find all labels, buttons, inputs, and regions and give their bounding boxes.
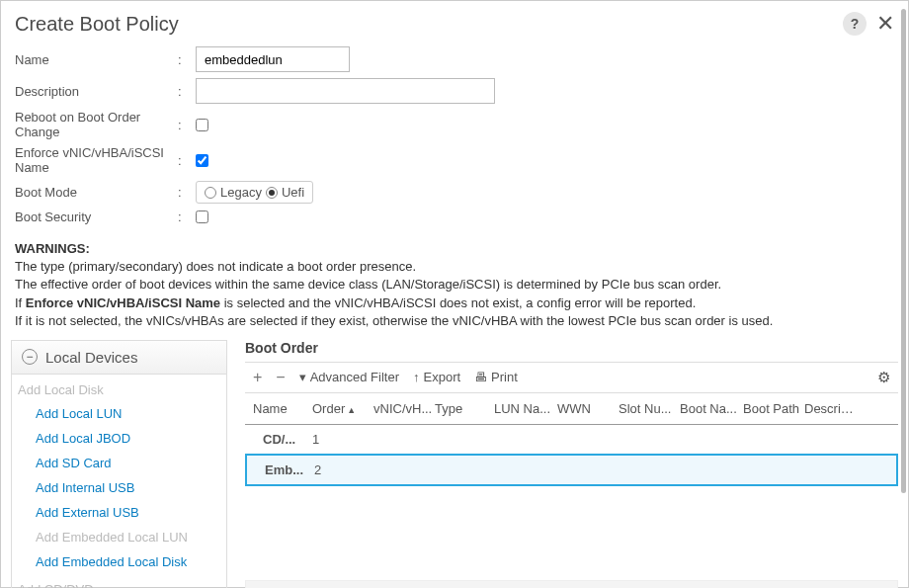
bootmode-radio-group: Legacy Uefi (196, 181, 313, 204)
sort-asc-icon: ▲ (347, 405, 356, 415)
col-name[interactable]: Name (253, 401, 312, 416)
sidebar-item[interactable]: Add Local JBOD (12, 426, 226, 451)
warnings-block: WARNINGS: The type (primary/secondary) d… (1, 240, 908, 340)
warnings-line-4: If it is not selected, the vNICs/vHBAs a… (15, 312, 894, 330)
remove-button[interactable]: − (276, 370, 285, 385)
name-input[interactable] (196, 46, 350, 72)
table-row[interactable]: CD/... 1 (245, 425, 898, 455)
col-bootpath[interactable]: Boot Path (743, 401, 804, 416)
dialog-title: Create Boot Policy (15, 13, 843, 36)
help-button[interactable]: ? (843, 12, 867, 36)
table-row[interactable]: Emb... 2 (245, 454, 898, 486)
col-desc[interactable]: Descript... (804, 401, 859, 416)
description-input[interactable] (196, 78, 495, 104)
cell-order: 1 (312, 432, 373, 447)
sidebar-item: Add Embedded Local LUN (12, 525, 226, 549)
warnings-line-2: The effective order of boot devices with… (15, 276, 894, 294)
col-order[interactable]: Order▲ (312, 401, 373, 416)
col-slot[interactable]: Slot Nu... (619, 401, 680, 416)
add-button[interactable]: + (253, 370, 262, 385)
enforce-checkbox[interactable] (196, 154, 208, 167)
export-button[interactable]: ↑Export (413, 370, 460, 384)
cell-order: 2 (314, 462, 375, 477)
local-devices-title: Local Devices (45, 349, 137, 366)
sidebar-item[interactable]: Add Internal USB (12, 475, 226, 500)
table-header-row: Name Order▲ vNIC/vH... Type LUN Na... WW… (245, 393, 898, 425)
advanced-filter-button[interactable]: ▾Advanced Filter (299, 370, 399, 384)
group-add-cd-dvd: Add CD/DVD (12, 574, 226, 588)
export-icon: ↑ (413, 370, 420, 384)
col-type[interactable]: Type (435, 401, 494, 416)
col-bootna[interactable]: Boot Na... (680, 401, 743, 416)
col-vnic[interactable]: vNIC/vH... (373, 401, 435, 416)
local-devices-panel: − Local Devices Add Local Disk Add Local… (11, 340, 227, 588)
close-button[interactable]: ✕ (876, 11, 894, 37)
cell-name: CD/... (253, 432, 312, 447)
bootmode-label: Boot Mode (15, 185, 178, 200)
boot-order-title: Boot Order (245, 340, 898, 356)
sidebar-item[interactable]: Add External USB (12, 500, 226, 525)
row-actions-bar: ↑Move Up ↓Move Down 🗑Delete (245, 580, 898, 588)
sidebar-item[interactable]: Add SD Card (12, 451, 226, 475)
boot-order-toolbar: + − ▾Advanced Filter ↑Export 🖶Print ⚙ (245, 362, 898, 393)
bootmode-legacy-label: Legacy (220, 185, 262, 200)
name-label: Name (15, 52, 178, 67)
bootmode-legacy-radio[interactable]: Legacy (205, 185, 262, 200)
gear-icon: ⚙ (877, 369, 890, 386)
scrollbar[interactable] (901, 9, 906, 493)
sidebar-item[interactable]: Add Embedded Local Disk (12, 549, 226, 574)
bootsecurity-label: Boot Security (15, 210, 178, 224)
filter-icon: ▾ (299, 370, 306, 384)
settings-button[interactable]: ⚙ (877, 369, 890, 386)
enforce-label: Enforce vNIC/vHBA/iSCSI Name (15, 145, 178, 175)
reboot-checkbox[interactable] (196, 119, 208, 131)
description-label: Description (15, 84, 178, 99)
reboot-label: Reboot on Boot Order Change (15, 110, 178, 139)
bootmode-uefi-label: Uefi (282, 185, 304, 200)
group-add-local-disk: Add Local Disk (12, 375, 226, 401)
print-button[interactable]: 🖶Print (474, 370, 518, 384)
bootmode-uefi-radio[interactable]: Uefi (266, 185, 304, 200)
print-icon: 🖶 (474, 370, 487, 384)
sidebar-item[interactable]: Add Local LUN (12, 401, 226, 426)
warnings-heading: WARNINGS: (15, 241, 90, 256)
bootsecurity-checkbox[interactable] (196, 210, 208, 223)
col-lun[interactable]: LUN Na... (494, 401, 557, 416)
warnings-line-1: The type (primary/secondary) does not in… (15, 258, 894, 276)
col-wwn[interactable]: WWN (557, 401, 619, 416)
local-devices-header[interactable]: − Local Devices (12, 341, 226, 375)
warnings-line-3: If Enforce vNIC/vHBA/iSCSI Name is selec… (15, 294, 894, 312)
cell-name: Emb... (255, 462, 314, 477)
collapse-icon[interactable]: − (22, 349, 38, 365)
